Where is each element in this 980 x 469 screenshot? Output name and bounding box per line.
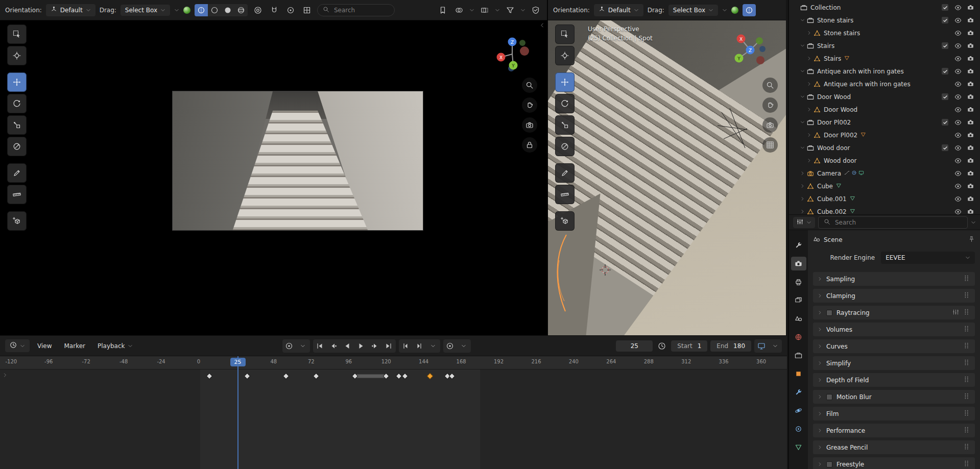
chevron-right-icon[interactable] xyxy=(799,171,806,176)
frame-step-chevron[interactable] xyxy=(426,339,440,353)
xray-chevron[interactable] xyxy=(495,8,500,13)
disable-render-camera-icon[interactable] xyxy=(964,17,977,24)
hide-eye-icon[interactable] xyxy=(951,119,964,126)
rail-tab-render[interactable] xyxy=(791,257,806,270)
viewport-user-perspective[interactable]: Orientation: Default Drag: Select Box xyxy=(548,0,786,335)
tool-move[interactable] xyxy=(7,72,27,92)
outliner-row[interactable]: Collection xyxy=(789,1,980,14)
collection-checkbox[interactable] xyxy=(939,93,951,101)
collection-checkbox[interactable] xyxy=(939,17,951,24)
outliner-row[interactable]: Antique arch with iron gates xyxy=(789,65,980,78)
disable-render-camera-icon[interactable] xyxy=(964,144,977,152)
section-clamping[interactable]: Clamping xyxy=(813,289,975,303)
proportional-edit-icon[interactable] xyxy=(252,4,264,16)
viewport-camera[interactable]: Orientation: Default Drag: Select Box xyxy=(0,0,547,335)
next-keyframe-button[interactable] xyxy=(368,339,382,353)
tool-add-cube[interactable] xyxy=(7,211,27,231)
chevron-down-icon[interactable] xyxy=(799,43,806,48)
keying-set-chevron[interactable] xyxy=(296,339,310,353)
timeline-editor[interactable]: View Marker Playback xyxy=(0,335,787,469)
zoom-icon[interactable] xyxy=(762,78,778,93)
rail-tab-collection[interactable] xyxy=(791,349,806,362)
menu-marker[interactable]: Marker xyxy=(59,340,89,352)
start-frame-field[interactable]: Start 1 xyxy=(671,340,707,352)
outliner-row[interactable]: Cube.001 xyxy=(789,192,980,205)
editor-type-dropdown[interactable] xyxy=(5,339,30,352)
section-sampling[interactable]: Sampling xyxy=(813,272,975,286)
outliner-row[interactable]: Stone stairs xyxy=(789,27,980,39)
drag-handle-icon[interactable] xyxy=(963,392,970,401)
shading-material-button[interactable] xyxy=(208,4,221,16)
hide-eye-icon[interactable] xyxy=(951,195,964,203)
disable-render-camera-icon[interactable] xyxy=(964,183,977,190)
chevron-down-icon[interactable] xyxy=(799,18,806,22)
collection-checkbox[interactable] xyxy=(939,4,951,11)
hide-eye-icon[interactable] xyxy=(951,144,964,152)
tool-annotate[interactable] xyxy=(7,163,27,183)
drag-handle-icon[interactable] xyxy=(963,308,970,317)
shading-solid-button[interactable] xyxy=(195,4,208,16)
keyframe-diamond[interactable] xyxy=(283,373,290,380)
mode-options-chevron[interactable] xyxy=(174,8,179,13)
checkbox-checked-icon[interactable] xyxy=(942,4,948,11)
checkbox-checked-icon[interactable] xyxy=(942,42,948,49)
outliner-row[interactable]: Stairs xyxy=(789,52,980,65)
disable-render-camera-icon[interactable] xyxy=(964,55,977,62)
chevron-right-icon[interactable] xyxy=(805,133,812,137)
outliner-row[interactable]: Door Wood xyxy=(789,90,980,103)
hide-eye-icon[interactable] xyxy=(951,81,964,88)
outliner-row[interactable]: Door Wood xyxy=(789,103,980,116)
prev-keyframe-button[interactable] xyxy=(327,339,341,353)
drag-handle-icon[interactable] xyxy=(963,409,970,418)
outliner-row[interactable]: Wood door xyxy=(789,154,980,167)
play-reverse-button[interactable] xyxy=(341,339,354,353)
outliner-row[interactable]: Stone stairs xyxy=(789,14,980,27)
timeline-ruler[interactable]: 25 -120-96-72-48-24024487296120144168192… xyxy=(0,356,787,369)
menu-playback[interactable]: Playback xyxy=(93,340,137,352)
outliner-row[interactable]: Cube xyxy=(789,180,980,192)
tool-add-cube[interactable] xyxy=(555,211,575,231)
filter-sliders-icon[interactable] xyxy=(952,309,959,317)
section-motion-blur[interactable]: Motion Blur xyxy=(813,390,975,404)
rail-tab-world[interactable] xyxy=(791,330,806,344)
checkbox-checked-icon[interactable] xyxy=(942,93,948,100)
end-frame-field[interactable]: End 180 xyxy=(710,340,751,352)
hide-eye-icon[interactable] xyxy=(951,132,964,139)
keyframe-diamond[interactable] xyxy=(448,373,455,380)
tool-transform[interactable] xyxy=(555,137,575,156)
camera-view-icon[interactable] xyxy=(762,117,778,133)
hide-eye-icon[interactable] xyxy=(951,157,964,164)
lock-icon[interactable] xyxy=(522,137,537,153)
use-preview-range-icon[interactable] xyxy=(656,340,668,352)
collection-checkbox[interactable] xyxy=(939,68,951,75)
disable-render-camera-icon[interactable] xyxy=(964,208,977,215)
sync-chevron[interactable] xyxy=(768,339,782,353)
shading-render-button[interactable] xyxy=(221,4,234,16)
properties-search-input[interactable] xyxy=(834,218,962,227)
section-performance[interactable]: Performance xyxy=(813,424,975,437)
chevron-right-icon[interactable] xyxy=(805,82,812,86)
overlays-icon[interactable] xyxy=(453,4,465,16)
disable-render-camera-icon[interactable] xyxy=(964,157,977,164)
chevron-down-icon[interactable] xyxy=(799,145,806,150)
jump-to-end-button[interactable] xyxy=(382,339,396,353)
tool-transform[interactable] xyxy=(7,137,27,156)
jump-to-start-button[interactable] xyxy=(313,339,327,353)
keyframe-held-bar[interactable] xyxy=(355,375,386,378)
outliner-row[interactable]: Cube.002 xyxy=(789,205,980,214)
chevron-right-icon[interactable] xyxy=(805,56,812,61)
keyframe-diamond[interactable] xyxy=(313,373,319,380)
hide-eye-icon[interactable] xyxy=(951,4,964,11)
drag-handle-icon[interactable] xyxy=(963,325,970,334)
disable-render-camera-icon[interactable] xyxy=(964,68,977,75)
xray-icon[interactable] xyxy=(479,4,491,16)
mode-options-chevron[interactable] xyxy=(722,8,727,13)
render-engine-dropdown[interactable]: EEVEE xyxy=(881,252,975,264)
material-preview-sphere-icon[interactable] xyxy=(731,7,738,14)
keyframe-diamond[interactable] xyxy=(402,373,409,380)
disable-render-camera-icon[interactable] xyxy=(964,170,977,177)
rail-tab-object[interactable] xyxy=(791,367,806,381)
filter-funnel-icon[interactable] xyxy=(504,4,516,16)
camera-view-icon[interactable] xyxy=(522,117,537,133)
section-curves[interactable]: Curves xyxy=(813,339,975,353)
